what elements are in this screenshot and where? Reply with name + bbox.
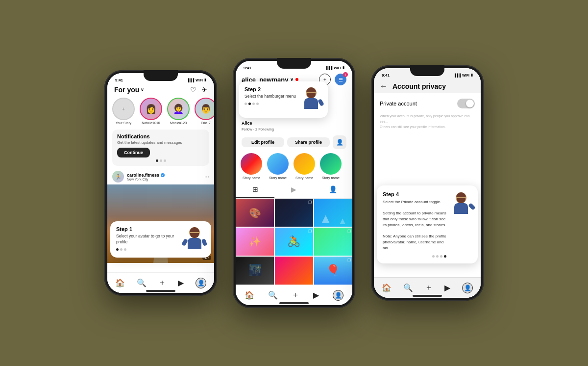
battery-icon: ▮ xyxy=(471,73,473,77)
tab-reels[interactable]: ▶ xyxy=(274,182,313,198)
post-username: caroline.fitness ✓ xyxy=(127,173,165,178)
step2-avatar-illustration xyxy=(300,86,322,113)
nav-reels-icon[interactable]: ▶ xyxy=(178,278,184,288)
step1-callout: Step 1 Select your avatar to go to your … xyxy=(110,221,211,258)
bike-scene: 🚴 xyxy=(275,228,313,256)
nav-profile-avatar[interactable]: 👤 xyxy=(196,278,206,288)
your-story-label: Your Story xyxy=(116,121,131,125)
tab-grid[interactable]: ⊞ xyxy=(236,182,274,198)
step-dot-1 xyxy=(116,248,119,251)
wifi-icon: WiFi xyxy=(196,78,203,82)
add-suggested-button[interactable]: 👤 xyxy=(333,135,346,149)
step2-content: Step 2 Select the hamburger menu xyxy=(245,86,296,105)
notification-title: Notifications xyxy=(117,133,204,139)
grid-cell-3[interactable] xyxy=(314,199,352,227)
dot-3 xyxy=(164,159,166,162)
phone-2: 9:41 ▐▐▐ WiFi ▮ alice_newmany ∨ ＋ xyxy=(233,58,355,308)
monica-label: Monica123 xyxy=(170,121,187,125)
post-user-avatar[interactable]: 🏃 xyxy=(112,171,124,183)
phone3-status-icons: ▐▐▐ WiFi ▮ xyxy=(453,73,473,77)
eric-label: Eric_7 xyxy=(201,121,211,125)
nav-home-icon[interactable]: 🏠 xyxy=(115,278,125,288)
highlight-circle-1 xyxy=(241,153,262,175)
step1-dots xyxy=(116,248,180,251)
story-item-eric[interactable]: 👨 Eric_7 xyxy=(195,98,214,125)
highlight-3[interactable]: Story name xyxy=(294,153,315,180)
phones-container: 9:41 ▐▐▐ WiFi ▮ For you ∨ ♡ ✈ xyxy=(104,58,484,308)
profile-name: Alice xyxy=(236,120,352,127)
reel-icon-6: ❐ xyxy=(347,229,351,234)
grid-cell-6[interactable]: ❐ xyxy=(314,228,352,256)
dm-icon[interactable]: ✈ xyxy=(201,86,207,94)
edit-profile-button[interactable]: Edit profile xyxy=(242,137,284,147)
grid-cell-8[interactable] xyxy=(275,257,313,285)
reel-icon-9: ❐ xyxy=(347,258,351,262)
highlight-2[interactable]: Story name xyxy=(267,153,289,180)
step-dot-3 xyxy=(124,248,126,251)
your-story-avatar: + xyxy=(112,98,135,120)
step4-callout: Step 4 Select the Private account toggle… xyxy=(377,185,478,263)
private-account-toggle[interactable] xyxy=(457,99,475,108)
monica-avatar: 👩‍🦱 xyxy=(167,98,190,120)
nav-add-icon[interactable]: ＋ xyxy=(158,278,166,288)
nav-profile-avatar[interactable]: 👤 xyxy=(333,290,343,301)
nav-search-icon[interactable]: 🔍 xyxy=(268,290,278,300)
step4-dots xyxy=(383,255,446,258)
grid-cell-7[interactable]: 🌃 xyxy=(236,257,274,285)
phone3-notch xyxy=(410,65,444,76)
highlight-4[interactable]: Story name xyxy=(320,153,342,180)
story-item-monica[interactable]: 👩‍🦱 Monica123 xyxy=(167,98,190,125)
highlight-name-3: Story name xyxy=(295,176,313,180)
hamburger-menu-button[interactable]: ☰ 5 xyxy=(335,74,346,85)
highlight-circle-2 xyxy=(267,153,289,175)
grid-cell-4[interactable]: ✨ xyxy=(236,228,274,256)
phone1-notch xyxy=(144,70,178,81)
nav-add-icon[interactable]: ＋ xyxy=(425,283,433,293)
phone3-header: ← Account privacy xyxy=(374,80,481,93)
step4-dot-3 xyxy=(440,255,442,258)
profile-actions: Edit profile Share profile 👤 xyxy=(236,133,352,151)
nav-search-icon[interactable]: 🔍 xyxy=(403,283,413,292)
tab-tagged[interactable]: 👤 xyxy=(314,182,352,198)
grid-cell-2[interactable]: ❐ xyxy=(275,199,313,227)
highlight-name-4: Story name xyxy=(322,176,340,180)
grid-tabs: ⊞ ▶ 👤 xyxy=(236,182,352,199)
dot-2 xyxy=(160,159,162,162)
step4-text3: Note: Anyone can still see the profile p… xyxy=(383,234,446,251)
nav-add-icon[interactable]: ＋ xyxy=(292,290,299,300)
nav-search-icon[interactable]: 🔍 xyxy=(137,278,147,288)
phone3-screen: 9:41 ▐▐▐ WiFi ▮ ← Account privacy Privat… xyxy=(374,68,481,298)
highlight-name-2: Story name xyxy=(269,176,287,180)
share-profile-button[interactable]: Share profile xyxy=(287,137,330,147)
post-more-button[interactable]: ··· xyxy=(204,173,209,180)
nav-home-icon[interactable]: 🏠 xyxy=(245,290,254,300)
heart-icon[interactable]: ♡ xyxy=(190,86,196,94)
story-item-natalie[interactable]: 👩 Natalie1010 xyxy=(140,98,162,125)
phone1-header-icons: ♡ ✈ xyxy=(190,86,207,94)
notification-continue-button[interactable]: Continue xyxy=(117,148,150,157)
phone1-home-bar xyxy=(146,290,175,292)
highlight-1[interactable]: Story name xyxy=(241,153,262,180)
grid-cell-9[interactable]: 🎈 ❐ xyxy=(314,257,352,285)
nav-reels-icon[interactable]: ▶ xyxy=(444,283,450,292)
nav-reels-icon[interactable]: ▶ xyxy=(313,290,319,300)
toggle-knob xyxy=(466,100,474,107)
stories-highlights: Story name Story name Story name Story n… xyxy=(236,151,352,182)
eric-avatar: 👨 xyxy=(195,98,214,120)
chevron-down-icon[interactable]: ∨ xyxy=(141,87,144,92)
step1-title: Step 1 xyxy=(116,226,180,232)
grid-cell-5[interactable]: 🚴 ❐ xyxy=(275,228,313,256)
phone1-header: For you ∨ ♡ ✈ xyxy=(107,85,214,96)
reel-icon-2: ❐ xyxy=(308,200,312,205)
nav-profile-avatar[interactable]: 👤 xyxy=(462,283,473,293)
step4-dot-2 xyxy=(436,255,439,258)
grid-cell-1[interactable]: 🎨 xyxy=(236,199,274,227)
signal-icon: ▐▐▐ xyxy=(187,78,194,82)
back-button[interactable]: ← xyxy=(380,82,388,91)
phone1-status-icons: ▐▐▐ WiFi ▮ xyxy=(187,78,206,82)
nav-home-icon[interactable]: 🏠 xyxy=(382,283,392,292)
phone2-screen: 9:41 ▐▐▐ WiFi ▮ alice_newmany ∨ ＋ xyxy=(236,61,352,305)
story-item-yours[interactable]: + Your Story xyxy=(112,98,135,125)
balloon-scene: 🎈 xyxy=(314,257,352,285)
dot-1 xyxy=(156,159,158,162)
